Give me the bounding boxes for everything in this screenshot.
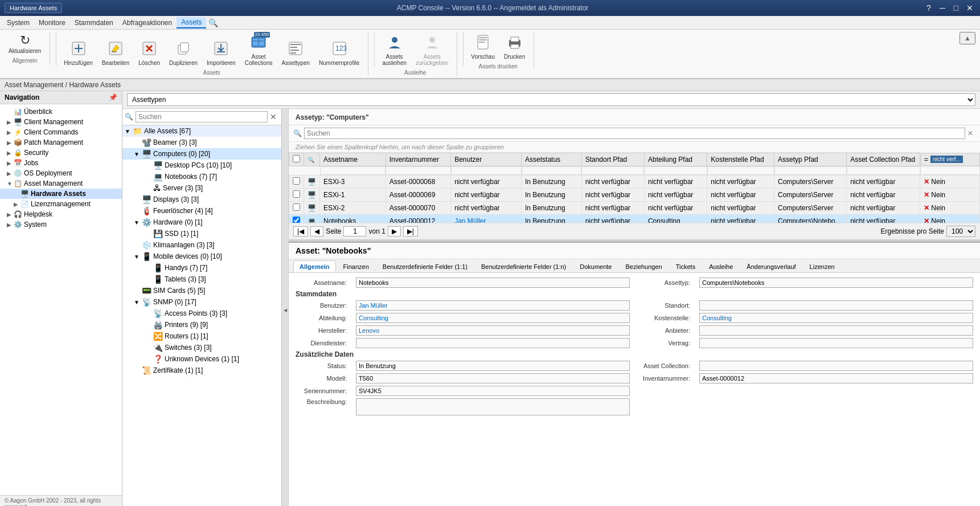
tree-item-accesspoints[interactable]: 📡 Access Points (3) [3] [122,308,281,319]
tree-item-beamer[interactable]: 📽️ Beamer (3) [3] [122,137,281,148]
ribbon-collapse-button[interactable]: ▲ [960,32,975,44]
filter-collection-input[interactable] [847,166,920,175]
search-icon[interactable]: 🔍 [208,18,218,27]
nav-pin-icon[interactable]: 📌 [109,93,117,101]
kostenstelle-input[interactable] [699,313,973,323]
col-benutzer[interactable]: Benutzer [451,153,522,166]
tab-allgemein[interactable]: Allgemein [293,260,336,272]
vertrag-input[interactable] [699,338,973,348]
modell-input[interactable] [356,373,630,383]
col-ausgeliehen[interactable]: = nicht verf... [920,153,980,166]
tab-ausleihe[interactable]: Ausleihe [703,260,739,272]
benutzer-input[interactable] [356,300,630,311]
assettypen-button[interactable]: Assettypen [278,38,314,68]
col-assetname[interactable]: Assetname [320,153,386,166]
tree-item-feuerloscher[interactable]: 🧯 Feuerlöscher (4) [4] [122,205,281,217]
assetname-input[interactable] [356,278,630,288]
assets-ausleihen-button[interactable]: Assetsausleihen [378,32,411,68]
nav-item-asset-management[interactable]: ▼ 📋 Asset Management [0,178,122,189]
nav-item-client-management[interactable]: ▶ 🖥️ Client Management [0,117,122,127]
tab-benutzerdefinierte-11[interactable]: Benutzerdefinierte Felder (1:1) [376,260,474,272]
nav-item-jobs[interactable]: ▶ 📅 Jobs [0,158,122,168]
tree-item-routers[interactable]: 🔀 Routers (1) [1] [122,330,281,342]
col-kostenstelle[interactable]: Kostenstelle Pfad [707,153,774,166]
asset-type-select[interactable]: Assettypen [127,93,975,106]
asset-collections-button[interactable]: 23 456 AssetCollections [241,32,277,68]
tree-item-notebooks[interactable]: 💻 Notebooks (7) [7] [122,171,281,182]
assets-zuruckgeben-button[interactable]: Assetszurückgeben [412,32,452,68]
row-checkbox[interactable] [293,203,300,211]
menu-abfrageaktionen[interactable]: Abfrageaktionen [118,18,177,28]
filter-kostenstelle-input[interactable] [707,166,774,175]
beschreibung-input[interactable] [356,398,630,415]
loschen-button[interactable]: Löschen [134,38,164,68]
pager-last-button[interactable]: ▶| [403,226,418,236]
inventarnummer-input[interactable] [699,373,973,383]
tab-benutzerdefinierte-1n[interactable]: Benutzerdefinierte Felder (1:n) [475,260,572,272]
tab-finanzen[interactable]: Finanzen [337,260,375,272]
table-row[interactable]: 🖥️ ESXi-2 Asset-0000070 nicht verfügbar … [289,202,980,215]
tree-item-snmp[interactable]: ▼ 📡 SNMP (0) [17] [122,296,281,308]
table-row[interactable]: 🖥️ ESXi-1 Asset-0000069 nicht verfügbar … [289,189,980,202]
tree-search-clear-icon[interactable]: ✕ [268,112,279,121]
col-standort[interactable]: Standort Pfad [581,153,644,166]
bearbeiten-button[interactable]: Bearbeiten [98,38,133,68]
menu-stammdaten[interactable]: Stammdaten [70,18,118,28]
tree-item-computers[interactable]: ▼ 🖥️ Computers (0) [20] [122,148,281,160]
filter-benutzer-input[interactable] [451,166,522,175]
tree-item-alle[interactable]: ▼ 📁 Alle Assets [67] [122,125,281,137]
col-inventarnummer[interactable]: Inventarnummer [386,153,451,166]
col-assetstatus[interactable]: Assetstatus [522,153,582,166]
nav-item-client-commands[interactable]: ▶ ⚡ Client Commands [0,127,122,137]
pager-page-input[interactable] [343,226,366,236]
pager-prev-button[interactable]: ◀ [310,226,323,236]
tree-item-zertifikate[interactable]: 📜 Zertifikate (1) [1] [122,365,281,376]
tab-tickets[interactable]: Tickets [670,260,702,272]
filter-status-input[interactable] [522,166,582,175]
vorschau-button[interactable]: Vorschau [467,32,499,62]
tab-beziehungen[interactable]: Beziehungen [619,260,668,272]
close-button[interactable]: ✕ [964,2,975,14]
tree-item-mobile[interactable]: ▼ 📱 Mobile devices (0) [10] [122,251,281,262]
nav-item-system[interactable]: ▶ ⚙️ System [0,219,122,230]
row-checkbox[interactable] [293,177,300,185]
tree-item-ssd[interactable]: 💾 SSD (1) [1] [122,228,281,239]
nav-item-helpdesk[interactable]: ▶ 🎧 Helpdesk [0,209,122,219]
tree-item-desktop-pcs[interactable]: 🖥️ Desktop PCs (10) [10] [122,160,281,171]
tree-item-hardware[interactable]: ▼ ⚙️ Hardware (0) [1] [122,217,281,228]
table-row[interactable]: 🖥️ ESXi-3 Asset-0000068 nicht verfügbar … [289,176,980,189]
duplizieren-button[interactable]: Duplizieren [165,38,202,68]
panel-collapse-btn[interactable]: ◀ [282,109,289,506]
tree-item-server[interactable]: 🖧 Server (3) [3] [122,182,281,194]
tree-item-simcards[interactable]: 📟 SIM Cards (5) [5] [122,285,281,296]
status-input[interactable] [356,361,630,371]
drucken-button[interactable]: Drucken [500,32,529,62]
table-row[interactable]: 💻 Notebooks Asset-0000012 Jan Müller In … [289,215,980,223]
anbieter-input[interactable] [699,325,973,336]
col-collection[interactable]: Asset Collection Pfad [847,153,920,166]
pager-next-button[interactable]: ▶ [388,226,401,236]
tab-anderungsverlauf[interactable]: Änderungsverlauf [740,260,802,272]
filter-inventar-input[interactable] [386,166,451,175]
tree-item-printers[interactable]: 🖨️ Printers (9) [9] [122,319,281,330]
grid-search-input[interactable] [304,128,965,139]
aktualisieren-button[interactable]: ↻ Aktualisieren [5,32,45,56]
tree-item-handys[interactable]: 📱 Handys (7) [7] [122,262,281,274]
seriennummer-input[interactable] [356,386,630,396]
col-assettyp[interactable]: Assetyp Pfad [774,153,847,166]
row-checkbox[interactable] [293,217,300,223]
tree-item-tablets[interactable]: 📱 Tablets (3) [3] [122,274,281,285]
standort-input[interactable] [699,300,973,311]
filter-abteilung-input[interactable] [644,166,707,175]
menu-system[interactable]: System [2,18,34,28]
asset-collection-input[interactable] [699,361,973,371]
select-all-checkbox[interactable] [293,155,300,162]
hersteller-input[interactable] [356,325,630,336]
importieren-button[interactable]: Importieren [203,38,240,68]
tab-dokumente[interactable]: Dokumente [573,260,618,272]
nav-item-uberblick[interactable]: 📊 Überblick [0,107,122,117]
tree-item-displays[interactable]: 🖥️ Displays (3) [3] [122,194,281,205]
nav-item-lizenz[interactable]: ▶ 📄 Lizenzmanagement [0,199,122,209]
filter-standort-input[interactable] [581,166,644,175]
filter-assetname-input[interactable] [320,166,386,175]
